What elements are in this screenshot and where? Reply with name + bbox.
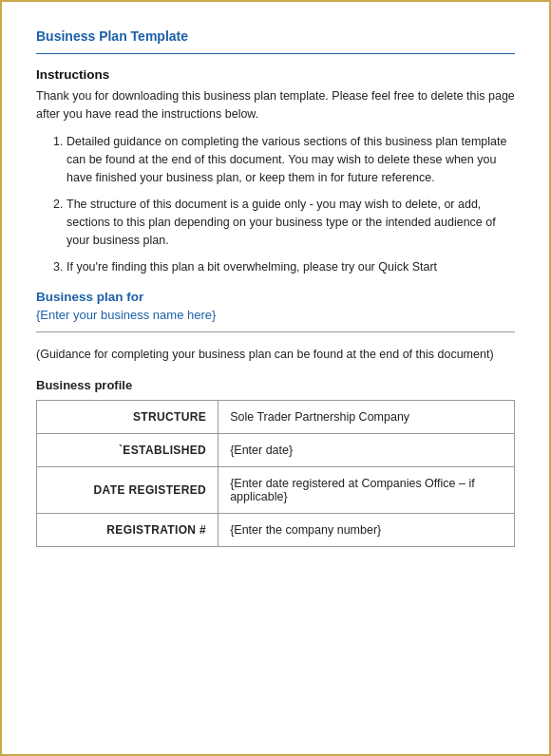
profile-heading: Business profile <box>36 378 515 392</box>
profile-table: STRUCTURE Sole Trader Partnership Compan… <box>36 400 515 547</box>
table-row: DATE REGISTERED {Enter date registered a… <box>37 466 515 513</box>
table-label: `ESTABLISHED <box>37 433 218 466</box>
table-value: Sole Trader Partnership Company <box>218 400 515 433</box>
list-item: Detailed guidance on completing the vari… <box>66 133 515 188</box>
business-plan-heading: Business plan for <box>36 290 515 304</box>
table-value: {Enter date} <box>218 433 515 466</box>
table-row: REGISTRATION # {Enter the company number… <box>37 513 515 546</box>
page-wrapper: Business Plan Template Instructions Than… <box>0 0 551 756</box>
table-label: REGISTRATION # <box>37 513 218 546</box>
table-row: `ESTABLISHED {Enter date} <box>37 433 515 466</box>
table-value: {Enter the company number} <box>218 513 515 546</box>
list-item: If you're finding this plan a bit overwh… <box>66 258 515 276</box>
instructions-intro: Thank you for downloading this business … <box>36 87 515 123</box>
guidance-text: (Guidance for completing your business p… <box>36 346 515 364</box>
instructions-list: Detailed guidance on completing the vari… <box>66 133 515 277</box>
business-name-placeholder: {Enter your business name here} <box>36 308 515 322</box>
document-title: Business Plan Template <box>36 28 515 44</box>
table-row: STRUCTURE Sole Trader Partnership Compan… <box>37 400 515 433</box>
table-label: STRUCTURE <box>37 400 218 433</box>
list-item: The structure of this document is a guid… <box>66 196 515 251</box>
table-label: DATE REGISTERED <box>37 466 218 513</box>
title-divider <box>36 53 515 54</box>
section-divider <box>36 331 515 332</box>
table-value: {Enter date registered at Companies Offi… <box>218 466 515 513</box>
instructions-heading: Instructions <box>36 67 515 82</box>
